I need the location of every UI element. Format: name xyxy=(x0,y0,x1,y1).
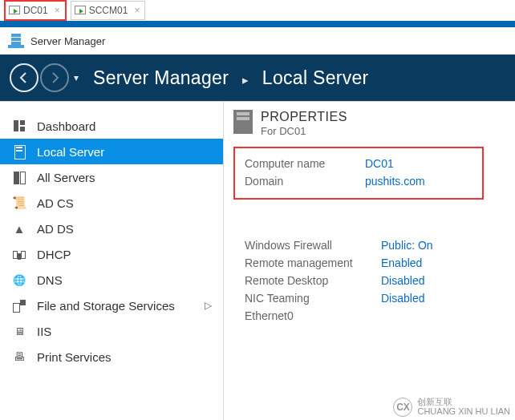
sidebar: Dashboard Local Server All Servers AD CS… xyxy=(0,102,224,420)
servers-icon xyxy=(11,172,27,183)
property-key: Remote Desktop xyxy=(243,272,379,289)
storage-icon xyxy=(11,300,27,311)
vm-tab-bar: DC01 × SCCM01 × xyxy=(0,0,515,21)
properties-lower: Windows Firewall Public: On Remote manag… xyxy=(233,236,484,325)
property-key: Computer name xyxy=(243,155,363,172)
content-pane: PROPERTIES For DC01 Computer name DC01 D… xyxy=(224,102,515,420)
property-key: Remote management xyxy=(243,254,379,272)
property-row: Computer name DC01 xyxy=(243,155,474,172)
property-row: Ethernet0 xyxy=(243,307,484,325)
close-icon[interactable]: × xyxy=(55,5,60,16)
properties-header: PROPERTIES For DC01 xyxy=(233,110,515,137)
property-key: NIC Teaming xyxy=(243,289,379,307)
vm-play-icon xyxy=(75,6,86,15)
sidebar-item-label: AD DS xyxy=(37,222,74,236)
property-key: Domain xyxy=(243,172,363,190)
printer-icon xyxy=(11,350,27,363)
sidebar-item-dns[interactable]: DNS xyxy=(0,267,223,293)
window-accent-bar xyxy=(0,21,515,27)
properties-title: PROPERTIES xyxy=(261,110,347,124)
sidebar-item-label: IIS xyxy=(37,325,51,338)
back-button[interactable] xyxy=(10,63,39,92)
chevron-right-icon: ▷ xyxy=(205,300,212,311)
property-value-computer-name[interactable]: DC01 xyxy=(363,155,474,172)
server-rack-icon xyxy=(233,110,253,134)
property-value-nic-teaming[interactable]: Disabled xyxy=(379,289,484,307)
sidebar-item-all-servers[interactable]: All Servers xyxy=(0,164,223,190)
certificate-icon xyxy=(11,196,27,210)
breadcrumb-sep-icon: ▸ xyxy=(242,73,249,87)
properties-subtitle: For DC01 xyxy=(261,125,347,137)
iis-icon xyxy=(11,325,27,337)
breadcrumb-root[interactable]: Server Manager xyxy=(93,67,229,88)
sidebar-item-label: All Servers xyxy=(37,171,95,184)
property-key: Windows Firewall xyxy=(243,236,379,254)
history-dropdown-icon[interactable]: ▾ xyxy=(74,72,79,83)
header: ▾ Server Manager ▸ Local Server xyxy=(0,55,515,101)
title-bar: Server Manager xyxy=(0,27,515,55)
dhcp-icon xyxy=(11,248,27,260)
property-row: Remote Desktop Disabled xyxy=(243,272,484,289)
sidebar-item-label: DNS xyxy=(37,273,63,287)
sidebar-item-local-server[interactable]: Local Server xyxy=(0,139,223,164)
server-manager-icon xyxy=(8,34,24,48)
sidebar-item-label: Print Services xyxy=(37,350,112,364)
close-icon[interactable]: × xyxy=(134,5,140,16)
forward-button[interactable] xyxy=(40,63,69,92)
vm-play-icon xyxy=(9,6,20,15)
property-value-ethernet0[interactable] xyxy=(379,307,484,325)
watermark-logo-icon: CX xyxy=(393,398,412,417)
property-row: Domain pushits.com xyxy=(243,172,474,190)
sidebar-item-label: AD CS xyxy=(37,196,74,210)
sidebar-item-iis[interactable]: IIS xyxy=(0,318,223,344)
sidebar-item-label: Local Server xyxy=(37,145,104,159)
sidebar-item-dashboard[interactable]: Dashboard xyxy=(0,113,223,139)
window-title: Server Manager xyxy=(30,35,105,47)
vm-tab-sccm01[interactable]: SCCM01 × xyxy=(71,1,146,20)
property-value-remote-desktop[interactable]: Disabled xyxy=(379,272,484,289)
main-split: Dashboard Local Server All Servers AD CS… xyxy=(0,101,515,420)
vm-tab-label: DC01 xyxy=(23,5,48,16)
sidebar-item-file-storage[interactable]: File and Storage Services ▷ xyxy=(0,293,223,318)
property-value-remote-mgmt[interactable]: Enabled xyxy=(379,254,484,272)
dashboard-icon xyxy=(11,120,27,131)
property-row: Remote management Enabled xyxy=(243,254,484,272)
property-value-firewall[interactable]: Public: On xyxy=(379,236,484,254)
vm-tab-label: SCCM01 xyxy=(89,5,128,16)
watermark: CX 创新互联 CHUANG XIN HU LIAN xyxy=(393,398,510,417)
property-value-domain[interactable]: pushits.com xyxy=(363,172,474,190)
sidebar-item-print-services[interactable]: Print Services xyxy=(0,344,223,370)
adds-icon xyxy=(11,222,27,236)
property-row: NIC Teaming Disabled xyxy=(243,289,484,307)
server-icon xyxy=(11,145,27,158)
breadcrumb: Server Manager ▸ Local Server xyxy=(93,67,369,89)
dns-icon xyxy=(11,274,27,286)
properties-highlight-box: Computer name DC01 Domain pushits.com xyxy=(233,147,484,200)
sidebar-item-label: Dashboard xyxy=(37,119,95,133)
sidebar-item-adds[interactable]: AD DS xyxy=(0,216,223,241)
sidebar-item-dhcp[interactable]: DHCP xyxy=(0,241,223,267)
watermark-line2: CHUANG XIN HU LIAN xyxy=(417,407,510,417)
property-key: Ethernet0 xyxy=(243,307,379,325)
sidebar-item-adcs[interactable]: AD CS xyxy=(0,190,223,216)
sidebar-item-label: File and Storage Services xyxy=(37,299,175,313)
property-row: Windows Firewall Public: On xyxy=(243,236,484,254)
sidebar-item-label: DHCP xyxy=(37,248,71,261)
breadcrumb-page[interactable]: Local Server xyxy=(262,67,369,88)
vm-tab-dc01[interactable]: DC01 × xyxy=(5,1,66,20)
